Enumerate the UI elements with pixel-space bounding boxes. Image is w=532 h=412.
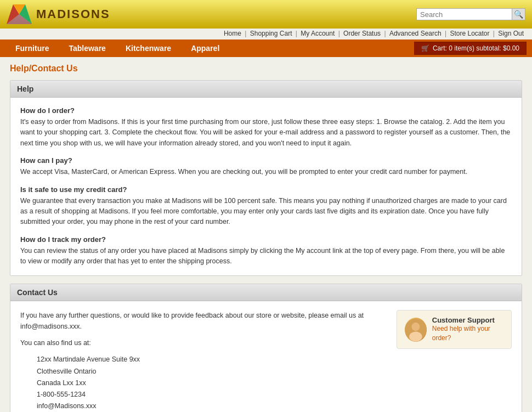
- faq-q-1: How do I order?: [20, 106, 512, 115]
- nav-account[interactable]: My Account: [301, 30, 335, 37]
- cat-kitchenware[interactable]: Kitchenware: [116, 41, 181, 56]
- contact-heading: Contact Us: [10, 284, 522, 301]
- contact-text-area: If you have any further questions, or wo…: [20, 310, 386, 412]
- help-heading: Help: [10, 81, 522, 98]
- search-area: 🔍: [416, 8, 525, 20]
- logo-icon: [7, 4, 32, 24]
- contact-intro: If you have any further questions, or wo…: [20, 310, 386, 332]
- nav-store-locator[interactable]: Store Locator: [450, 30, 489, 37]
- support-title: Customer Support: [432, 316, 503, 324]
- svg-point-7: [412, 323, 420, 330]
- nav-order-status[interactable]: Order Status: [343, 30, 381, 37]
- contact-body: If you have any further questions, or wo…: [10, 301, 522, 412]
- search-button[interactable]: 🔍: [512, 8, 525, 20]
- contact-section: Contact Us If you have any further quest…: [10, 284, 522, 412]
- support-text: Customer Support Need help with your ord…: [432, 316, 503, 343]
- nav-advanced-search[interactable]: Advanced Search: [389, 30, 442, 37]
- faq-q-4: How do I track my order?: [20, 235, 512, 244]
- nav-cart[interactable]: Shopping Cart: [250, 30, 292, 37]
- help-section: Help How do I order? It's easy to order …: [10, 80, 522, 276]
- contact-address: 12xx Martindale Avenue Suite 9xx Clothes…: [37, 354, 386, 412]
- address-line1: 12xx Martindale Avenue Suite 9xx: [37, 354, 386, 365]
- nav-sign-out[interactable]: Sign Out: [498, 30, 524, 37]
- faq-q-2: How can I pay?: [20, 156, 512, 165]
- cart-badge[interactable]: 🛒 Cart: 0 item(s) subtotal: $0.00: [414, 42, 527, 55]
- address-email: info@Madisons.xxx: [37, 400, 386, 412]
- cart-label: Cart: 0 item(s) subtotal: $0.00: [433, 44, 519, 52]
- cat-tableware[interactable]: Tableware: [59, 41, 115, 56]
- contact-also: You can also find us at:: [20, 337, 386, 348]
- nav-links: Home | Shopping Cart | My Account | Orde…: [0, 29, 532, 39]
- address-line2: Clothesville Ontario: [37, 366, 386, 377]
- support-box[interactable]: Customer Support Need help with your ord…: [397, 310, 512, 349]
- cart-icon: 🛒: [421, 44, 429, 52]
- cat-furniture[interactable]: Furniture: [5, 41, 59, 56]
- header: MADISONS 🔍: [0, 0, 532, 29]
- category-bar: Furniture Tableware Kitchenware Apparel …: [0, 39, 532, 57]
- address-line3: Canada Lxx 1xx: [37, 377, 386, 389]
- help-body: How do I order? It's easy to order from …: [10, 98, 522, 275]
- faq-a-2: We accept Visa, MasterCard, or American …: [20, 167, 512, 177]
- faq-a-4: You can review the status of any order y…: [20, 246, 512, 267]
- main-content: Help/Contact Us Help How do I order? It'…: [0, 57, 532, 412]
- page-title: Help/Contact Us: [10, 64, 522, 74]
- svg-point-6: [409, 331, 422, 341]
- support-subtitle: Need help with your order?: [432, 324, 503, 343]
- faq-q-3: Is it safe to use my credit card?: [20, 185, 512, 194]
- search-input[interactable]: [416, 8, 512, 20]
- faq-a-3: We guarantee that every transaction you …: [20, 196, 512, 228]
- cat-apparel[interactable]: Apparel: [181, 41, 229, 56]
- faq-a-1: It's easy to order from Madisons. If thi…: [20, 117, 512, 149]
- nav-home[interactable]: Home: [224, 30, 241, 37]
- logo: MADISONS: [7, 4, 110, 24]
- address-phone: 1-800-555-1234: [37, 389, 386, 400]
- logo-text: MADISONS: [36, 7, 110, 21]
- support-avatar: [405, 318, 427, 342]
